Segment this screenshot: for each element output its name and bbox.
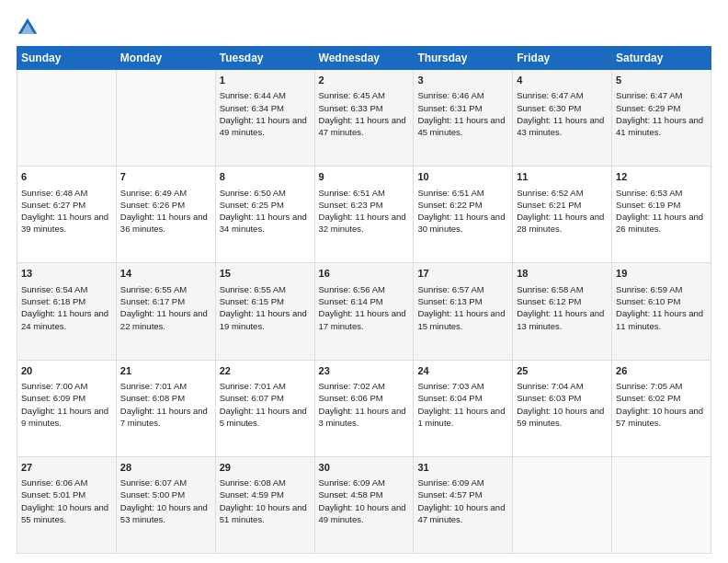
calendar-cell: 3Sunrise: 6:46 AMSunset: 6:31 PMDaylight…	[414, 70, 513, 167]
daylight-text: Daylight: 11 hours and 19 minutes.	[220, 308, 307, 330]
calendar-cell: 24Sunrise: 7:03 AMSunset: 6:04 PMDayligh…	[414, 360, 513, 456]
calendar-cell: 7Sunrise: 6:49 AMSunset: 6:26 PMDaylight…	[116, 167, 215, 263]
calendar-cell: 31Sunrise: 6:09 AMSunset: 4:57 PMDayligh…	[414, 456, 513, 553]
calendar-cell: 21Sunrise: 7:01 AMSunset: 6:08 PMDayligh…	[116, 360, 215, 456]
calendar-cell: 5Sunrise: 6:47 AMSunset: 6:29 PMDaylight…	[612, 70, 711, 167]
day-number: 11	[517, 170, 608, 184]
sunrise-text: Sunrise: 6:08 AM	[220, 477, 286, 488]
day-number: 26	[616, 364, 707, 378]
daylight-text: Daylight: 11 hours and 24 minutes.	[21, 308, 108, 330]
calendar-cell	[17, 70, 117, 167]
weekday-header-friday: Friday	[513, 47, 612, 70]
sunrise-text: Sunrise: 6:09 AM	[417, 477, 483, 488]
sunrise-text: Sunrise: 7:02 AM	[319, 381, 385, 391]
daylight-text: Daylight: 11 hours and 17 minutes.	[319, 308, 406, 330]
sunset-text: Sunset: 6:04 PM	[417, 393, 482, 403]
day-number: 17	[417, 267, 508, 281]
day-number: 27	[21, 461, 112, 475]
calendar-cell: 8Sunrise: 6:50 AMSunset: 6:25 PMDaylight…	[215, 167, 314, 263]
calendar-cell: 2Sunrise: 6:45 AMSunset: 6:33 PMDaylight…	[314, 70, 414, 167]
daylight-text: Daylight: 11 hours and 9 minutes.	[21, 406, 108, 428]
daylight-text: Daylight: 11 hours and 5 minutes.	[220, 406, 307, 428]
calendar-cell: 4Sunrise: 6:47 AMSunset: 6:30 PMDaylight…	[513, 70, 612, 167]
sunrise-text: Sunrise: 6:47 AM	[616, 90, 682, 100]
daylight-text: Daylight: 11 hours and 1 minute.	[417, 406, 505, 428]
daylight-text: Daylight: 10 hours and 51 minutes.	[220, 502, 307, 524]
daylight-text: Daylight: 11 hours and 32 minutes.	[319, 212, 406, 234]
day-number: 16	[319, 267, 410, 281]
day-number: 1	[220, 74, 311, 87]
sunset-text: Sunset: 6:30 PM	[517, 103, 581, 113]
sunrise-text: Sunrise: 6:59 AM	[616, 284, 682, 294]
weekday-header-wednesday: Wednesday	[314, 47, 414, 70]
calendar-cell: 23Sunrise: 7:02 AMSunset: 6:06 PMDayligh…	[314, 360, 414, 456]
sunrise-text: Sunrise: 7:01 AM	[120, 381, 187, 391]
day-number: 23	[319, 364, 410, 378]
weekday-header-saturday: Saturday	[612, 47, 711, 70]
calendar-cell: 6Sunrise: 6:48 AMSunset: 6:27 PMDaylight…	[17, 167, 117, 263]
day-number: 8	[220, 170, 311, 184]
day-number: 2	[319, 74, 410, 87]
calendar-cell: 29Sunrise: 6:08 AMSunset: 4:59 PMDayligh…	[215, 456, 314, 553]
calendar-cell: 20Sunrise: 7:00 AMSunset: 6:09 PMDayligh…	[17, 360, 117, 456]
sunrise-text: Sunrise: 6:52 AM	[517, 188, 583, 198]
calendar-week-row: 1Sunrise: 6:44 AMSunset: 6:34 PMDaylight…	[17, 70, 711, 167]
sunrise-text: Sunrise: 6:54 AM	[21, 284, 87, 294]
calendar-cell	[612, 456, 711, 553]
sunset-text: Sunset: 4:59 PM	[220, 489, 284, 500]
day-number: 3	[417, 74, 508, 87]
day-number: 22	[220, 364, 311, 378]
sunset-text: Sunset: 4:57 PM	[417, 489, 482, 500]
day-number: 19	[616, 267, 707, 281]
sunrise-text: Sunrise: 6:55 AM	[220, 284, 286, 294]
day-number: 18	[517, 267, 608, 281]
sunset-text: Sunset: 6:34 PM	[220, 103, 284, 113]
weekday-header-monday: Monday	[116, 47, 215, 70]
sunset-text: Sunset: 5:01 PM	[21, 489, 85, 500]
sunset-text: Sunset: 6:12 PM	[517, 296, 581, 306]
calendar-cell: 30Sunrise: 6:09 AMSunset: 4:58 PMDayligh…	[314, 456, 414, 553]
daylight-text: Daylight: 11 hours and 7 minutes.	[120, 406, 208, 428]
daylight-text: Daylight: 11 hours and 47 minutes.	[319, 115, 406, 137]
sunset-text: Sunset: 6:14 PM	[319, 296, 383, 306]
sunset-text: Sunset: 6:25 PM	[220, 200, 284, 210]
sunset-text: Sunset: 6:33 PM	[319, 103, 383, 113]
calendar-week-row: 6Sunrise: 6:48 AMSunset: 6:27 PMDaylight…	[17, 167, 711, 263]
daylight-text: Daylight: 10 hours and 49 minutes.	[319, 502, 406, 524]
calendar-cell: 16Sunrise: 6:56 AMSunset: 6:14 PMDayligh…	[314, 263, 414, 360]
calendar-cell: 15Sunrise: 6:55 AMSunset: 6:15 PMDayligh…	[215, 263, 314, 360]
sunset-text: Sunset: 6:29 PM	[616, 103, 680, 113]
day-number: 28	[120, 461, 211, 475]
sunrise-text: Sunrise: 6:49 AM	[120, 188, 187, 198]
sunrise-text: Sunrise: 6:47 AM	[517, 90, 583, 100]
calendar-cell: 27Sunrise: 6:06 AMSunset: 5:01 PMDayligh…	[17, 456, 117, 553]
sunset-text: Sunset: 6:31 PM	[417, 103, 482, 113]
sunrise-text: Sunrise: 6:45 AM	[319, 90, 385, 100]
calendar-cell	[116, 70, 215, 167]
sunset-text: Sunset: 6:07 PM	[220, 393, 284, 403]
weekday-header-row: SundayMondayTuesdayWednesdayThursdayFrid…	[17, 47, 711, 70]
sunset-text: Sunset: 6:22 PM	[417, 200, 482, 210]
sunrise-text: Sunrise: 7:00 AM	[21, 381, 87, 391]
sunset-text: Sunset: 6:26 PM	[120, 200, 185, 210]
header	[17, 17, 711, 39]
calendar-week-row: 13Sunrise: 6:54 AMSunset: 6:18 PMDayligh…	[17, 263, 711, 360]
daylight-text: Daylight: 11 hours and 45 minutes.	[417, 115, 505, 137]
daylight-text: Daylight: 11 hours and 49 minutes.	[220, 115, 307, 137]
daylight-text: Daylight: 11 hours and 43 minutes.	[517, 115, 604, 137]
weekday-header-thursday: Thursday	[414, 47, 513, 70]
day-number: 25	[517, 364, 608, 378]
daylight-text: Daylight: 10 hours and 57 minutes.	[616, 406, 703, 428]
sunrise-text: Sunrise: 6:09 AM	[319, 477, 385, 488]
daylight-text: Daylight: 10 hours and 47 minutes.	[417, 502, 505, 524]
calendar-cell	[513, 456, 612, 553]
day-number: 7	[120, 170, 211, 184]
calendar-cell: 14Sunrise: 6:55 AMSunset: 6:17 PMDayligh…	[116, 263, 215, 360]
sunrise-text: Sunrise: 6:57 AM	[417, 284, 483, 294]
sunrise-text: Sunrise: 6:56 AM	[319, 284, 385, 294]
daylight-text: Daylight: 10 hours and 59 minutes.	[517, 406, 604, 428]
daylight-text: Daylight: 11 hours and 3 minutes.	[319, 406, 406, 428]
sunrise-text: Sunrise: 7:01 AM	[220, 381, 286, 391]
sunset-text: Sunset: 6:06 PM	[319, 393, 383, 403]
daylight-text: Daylight: 11 hours and 28 minutes.	[517, 212, 604, 234]
